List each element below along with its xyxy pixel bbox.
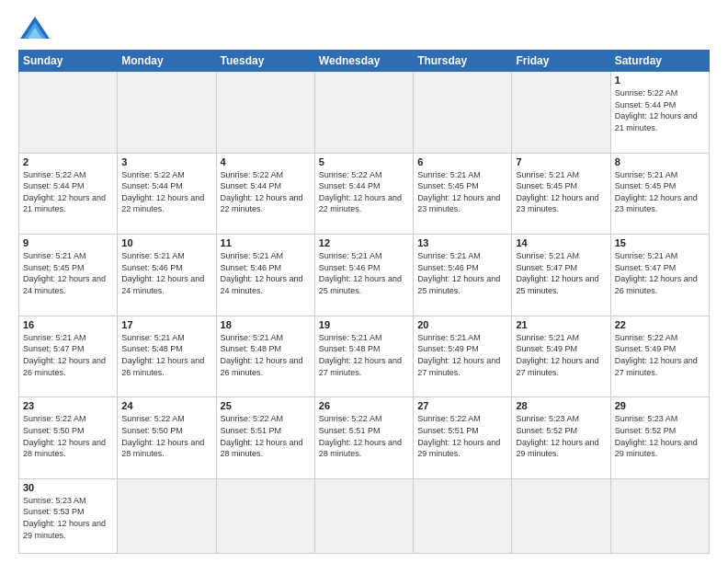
- day-number: 17: [121, 319, 211, 330]
- table-row: 9Sunrise: 5:21 AMSunset: 5:45 PMDaylight…: [19, 235, 118, 316]
- table-row: 1Sunrise: 5:22 AMSunset: 5:44 PMDaylight…: [610, 72, 709, 154]
- day-info: Sunrise: 5:21 AMSunset: 5:46 PMDaylight:…: [417, 250, 507, 296]
- table-row: 7Sunrise: 5:21 AMSunset: 5:45 PMDaylight…: [512, 153, 610, 235]
- day-number: 6: [417, 156, 507, 167]
- table-row: 23Sunrise: 5:22 AMSunset: 5:50 PMDayligh…: [19, 397, 118, 479]
- day-number: 10: [121, 237, 211, 248]
- day-number: 21: [516, 319, 606, 330]
- table-row: 6Sunrise: 5:21 AMSunset: 5:45 PMDaylight…: [414, 153, 512, 235]
- table-row: [512, 72, 610, 154]
- day-info: Sunrise: 5:21 AMSunset: 5:47 PMDaylight:…: [615, 250, 705, 296]
- day-number: 28: [516, 400, 606, 411]
- day-number: 25: [221, 400, 311, 411]
- table-row: [216, 72, 314, 154]
- table-row: 4Sunrise: 5:22 AMSunset: 5:44 PMDaylight…: [216, 153, 314, 235]
- table-row: 24Sunrise: 5:22 AMSunset: 5:50 PMDayligh…: [118, 397, 216, 479]
- day-number: 8: [615, 156, 705, 167]
- day-info: Sunrise: 5:22 AMSunset: 5:44 PMDaylight:…: [121, 169, 211, 215]
- table-row: 2Sunrise: 5:22 AMSunset: 5:44 PMDaylight…: [19, 153, 118, 235]
- calendar-header-row: Sunday Monday Tuesday Wednesday Thursday…: [19, 51, 710, 72]
- day-info: Sunrise: 5:21 AMSunset: 5:45 PMDaylight:…: [516, 169, 606, 215]
- table-row: [414, 478, 512, 553]
- table-row: [610, 478, 709, 553]
- table-row: 15Sunrise: 5:21 AMSunset: 5:47 PMDayligh…: [610, 235, 709, 316]
- day-number: 16: [23, 319, 113, 330]
- page: Sunday Monday Tuesday Wednesday Thursday…: [0, 0, 728, 563]
- day-number: 24: [121, 400, 211, 411]
- day-info: Sunrise: 5:21 AMSunset: 5:46 PMDaylight:…: [221, 250, 311, 296]
- day-number: 13: [417, 237, 507, 248]
- logo-icon: [18, 15, 51, 40]
- day-info: Sunrise: 5:23 AMSunset: 5:53 PMDaylight:…: [23, 495, 113, 541]
- day-info: Sunrise: 5:21 AMSunset: 5:48 PMDaylight:…: [319, 332, 409, 378]
- table-row: 10Sunrise: 5:21 AMSunset: 5:46 PMDayligh…: [118, 235, 216, 316]
- table-row: 8Sunrise: 5:21 AMSunset: 5:45 PMDaylight…: [610, 153, 709, 235]
- day-number: 14: [516, 237, 606, 248]
- table-row: 26Sunrise: 5:22 AMSunset: 5:51 PMDayligh…: [314, 397, 413, 479]
- day-info: Sunrise: 5:22 AMSunset: 5:50 PMDaylight:…: [23, 413, 113, 459]
- day-number: 26: [319, 400, 409, 411]
- day-info: Sunrise: 5:23 AMSunset: 5:52 PMDaylight:…: [615, 413, 705, 459]
- col-friday: Friday: [512, 51, 610, 72]
- day-info: Sunrise: 5:22 AMSunset: 5:44 PMDaylight:…: [615, 87, 705, 133]
- day-info: Sunrise: 5:21 AMSunset: 5:47 PMDaylight:…: [23, 332, 113, 378]
- day-info: Sunrise: 5:22 AMSunset: 5:51 PMDaylight:…: [319, 413, 409, 459]
- col-thursday: Thursday: [414, 51, 512, 72]
- day-info: Sunrise: 5:21 AMSunset: 5:45 PMDaylight:…: [23, 250, 113, 296]
- day-number: 20: [417, 319, 507, 330]
- day-number: 18: [221, 319, 311, 330]
- day-info: Sunrise: 5:22 AMSunset: 5:44 PMDaylight:…: [319, 169, 409, 215]
- day-info: Sunrise: 5:21 AMSunset: 5:49 PMDaylight:…: [417, 332, 507, 378]
- day-number: 29: [615, 400, 705, 411]
- logo: [18, 15, 57, 40]
- table-row: 19Sunrise: 5:21 AMSunset: 5:48 PMDayligh…: [314, 316, 413, 397]
- table-row: 27Sunrise: 5:22 AMSunset: 5:51 PMDayligh…: [414, 397, 512, 479]
- table-row: 28Sunrise: 5:23 AMSunset: 5:52 PMDayligh…: [512, 397, 610, 479]
- table-row: 13Sunrise: 5:21 AMSunset: 5:46 PMDayligh…: [414, 235, 512, 316]
- table-row: 30Sunrise: 5:23 AMSunset: 5:53 PMDayligh…: [19, 478, 118, 553]
- day-info: Sunrise: 5:21 AMSunset: 5:48 PMDaylight:…: [121, 332, 211, 378]
- col-wednesday: Wednesday: [314, 51, 413, 72]
- table-row: [512, 478, 610, 553]
- table-row: [314, 72, 413, 154]
- day-number: 19: [319, 319, 409, 330]
- table-row: 17Sunrise: 5:21 AMSunset: 5:48 PMDayligh…: [118, 316, 216, 397]
- day-info: Sunrise: 5:21 AMSunset: 5:45 PMDaylight:…: [615, 169, 705, 215]
- day-number: 12: [319, 237, 409, 248]
- day-number: 1: [615, 75, 705, 86]
- table-row: 14Sunrise: 5:21 AMSunset: 5:47 PMDayligh…: [512, 235, 610, 316]
- table-row: 11Sunrise: 5:21 AMSunset: 5:46 PMDayligh…: [216, 235, 314, 316]
- table-row: [118, 72, 216, 154]
- day-number: 11: [221, 237, 311, 248]
- table-row: [216, 478, 314, 553]
- day-info: Sunrise: 5:22 AMSunset: 5:50 PMDaylight:…: [121, 413, 211, 459]
- table-row: 20Sunrise: 5:21 AMSunset: 5:49 PMDayligh…: [414, 316, 512, 397]
- calendar-table: Sunday Monday Tuesday Wednesday Thursday…: [18, 50, 710, 554]
- day-info: Sunrise: 5:22 AMSunset: 5:44 PMDaylight:…: [23, 169, 113, 215]
- table-row: 29Sunrise: 5:23 AMSunset: 5:52 PMDayligh…: [610, 397, 709, 479]
- table-row: 16Sunrise: 5:21 AMSunset: 5:47 PMDayligh…: [19, 316, 118, 397]
- table-row: [314, 478, 413, 553]
- table-row: [19, 72, 118, 154]
- col-tuesday: Tuesday: [216, 51, 314, 72]
- day-number: 3: [121, 156, 211, 167]
- header: [18, 15, 710, 40]
- day-info: Sunrise: 5:21 AMSunset: 5:48 PMDaylight:…: [221, 332, 311, 378]
- day-number: 9: [23, 237, 113, 248]
- table-row: 12Sunrise: 5:21 AMSunset: 5:46 PMDayligh…: [314, 235, 413, 316]
- table-row: 21Sunrise: 5:21 AMSunset: 5:49 PMDayligh…: [512, 316, 610, 397]
- day-number: 4: [221, 156, 311, 167]
- day-info: Sunrise: 5:21 AMSunset: 5:49 PMDaylight:…: [516, 332, 606, 378]
- col-saturday: Saturday: [610, 51, 709, 72]
- day-info: Sunrise: 5:22 AMSunset: 5:51 PMDaylight:…: [417, 413, 507, 459]
- day-number: 22: [615, 319, 705, 330]
- table-row: 22Sunrise: 5:22 AMSunset: 5:49 PMDayligh…: [610, 316, 709, 397]
- table-row: 5Sunrise: 5:22 AMSunset: 5:44 PMDaylight…: [314, 153, 413, 235]
- day-info: Sunrise: 5:23 AMSunset: 5:52 PMDaylight:…: [516, 413, 606, 459]
- day-info: Sunrise: 5:21 AMSunset: 5:46 PMDaylight:…: [121, 250, 211, 296]
- day-info: Sunrise: 5:22 AMSunset: 5:49 PMDaylight:…: [615, 332, 705, 378]
- day-number: 23: [23, 400, 113, 411]
- day-number: 15: [615, 237, 705, 248]
- day-info: Sunrise: 5:21 AMSunset: 5:46 PMDaylight:…: [319, 250, 409, 296]
- table-row: [414, 72, 512, 154]
